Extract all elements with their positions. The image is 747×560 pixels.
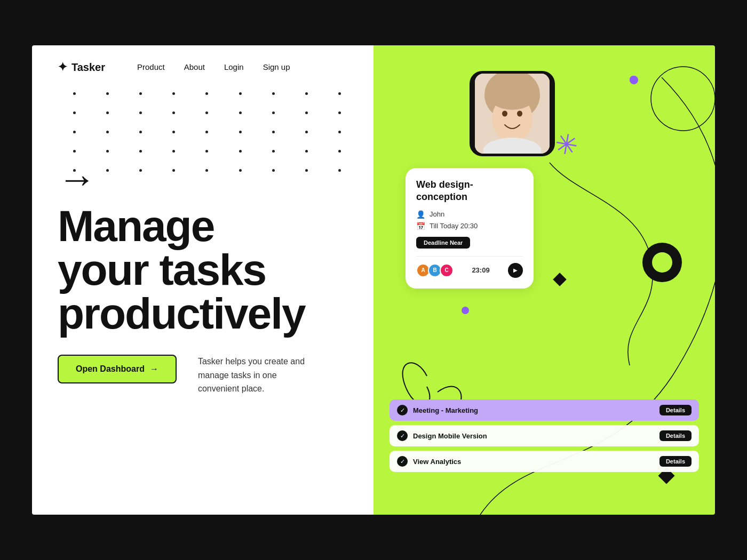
task-list-label-1: Meeting - Marketing <box>413 406 654 414</box>
dot <box>338 92 341 95</box>
dot <box>172 111 175 114</box>
play-button[interactable]: ▶ <box>508 263 523 278</box>
task-list-item-2: ✓ Design Mobile Version Details <box>390 425 699 446</box>
check-icon-2: ✓ <box>397 430 408 441</box>
logo-icon: ✦ <box>58 60 67 74</box>
details-btn-2[interactable]: Details <box>659 430 692 441</box>
svg-point-0 <box>651 67 715 131</box>
task-list-label-2: Design Mobile Version <box>413 432 654 440</box>
profile-card <box>470 71 555 156</box>
calendar-icon: 📅 <box>416 222 425 230</box>
nav-about[interactable]: About <box>184 62 205 71</box>
check-icon-1: ✓ <box>397 405 408 415</box>
dot <box>106 111 109 114</box>
task-assignee: 👤 John <box>416 210 523 219</box>
deadline-badge: Deadline Near <box>416 237 470 249</box>
nav-login[interactable]: Login <box>224 62 244 71</box>
logo[interactable]: ✦ Tasker <box>58 60 105 74</box>
dot <box>106 92 109 95</box>
dot <box>239 92 242 95</box>
dot <box>139 92 142 95</box>
svg-point-5 <box>502 111 507 117</box>
dot <box>205 92 208 95</box>
purple-dot-mid <box>462 307 469 314</box>
task-footer: A B C 23:09 ▶ <box>416 263 523 278</box>
check-icon-3: ✓ <box>397 456 408 467</box>
details-btn-3[interactable]: Details <box>659 456 692 467</box>
circle-inner <box>652 252 672 273</box>
avatar-3: C <box>440 263 454 277</box>
details-btn-1[interactable]: Details <box>659 405 692 415</box>
dot <box>338 111 341 114</box>
asterisk-decoration: ✳ <box>553 129 581 161</box>
task-deadline: 📅 Till Today 20:30 <box>416 222 523 230</box>
task-card-title: Web design-conception <box>416 179 523 204</box>
left-panel: ✦ Tasker Product About Login Sign up → M… <box>32 45 374 515</box>
nav-signup[interactable]: Sign up <box>263 62 290 71</box>
profile-avatar <box>475 74 550 154</box>
dot <box>239 111 242 114</box>
logo-name: Tasker <box>71 61 105 74</box>
dot <box>172 92 175 95</box>
circle-decoration <box>642 243 682 282</box>
person-icon: 👤 <box>416 210 425 219</box>
task-list-item-3: ✓ View Analytics Details <box>390 451 699 472</box>
hero-description: Tasker helps you create and manage tasks… <box>198 355 315 396</box>
task-time: 23:09 <box>472 266 489 274</box>
task-list-item-1: ✓ Meeting - Marketing Details <box>390 399 699 421</box>
open-dashboard-button[interactable]: Open Dashboard → <box>58 355 177 383</box>
task-card-meta: 👤 John 📅 Till Today 20:30 <box>416 210 523 230</box>
dot <box>272 111 275 114</box>
task-card: Web design-conception 👤 John 📅 Till Toda… <box>406 168 534 289</box>
dot <box>305 111 308 114</box>
hero-section: → Manage your tasks productively Open Da… <box>32 127 374 396</box>
dot <box>73 111 76 114</box>
purple-dot-top <box>630 76 637 83</box>
dot <box>139 111 142 114</box>
task-divider <box>416 256 523 257</box>
diamond-small <box>553 273 566 286</box>
dot <box>205 111 208 114</box>
right-panel: ✳ Web design-conception 👤 John 📅 Till To… <box>374 45 715 515</box>
hero-arrow: → <box>58 159 96 198</box>
nav-product[interactable]: Product <box>137 62 165 71</box>
nav-links: Product About Login Sign up <box>137 62 290 72</box>
dot <box>305 92 308 95</box>
hero-title: Manage your tasks productively <box>58 204 305 335</box>
navigation: ✦ Tasker Product About Login Sign up <box>32 45 374 74</box>
dot <box>272 92 275 95</box>
task-list: ✓ Meeting - Marketing Details ✓ Design M… <box>390 399 699 472</box>
dot <box>73 92 76 95</box>
task-list-label-3: View Analytics <box>413 458 654 466</box>
svg-point-6 <box>517 111 522 117</box>
task-avatars: A B C <box>416 263 454 277</box>
